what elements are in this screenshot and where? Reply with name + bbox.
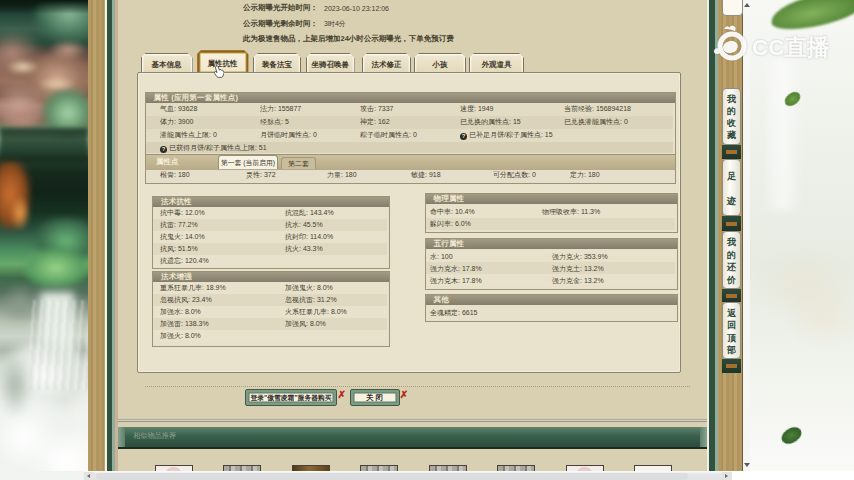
- svg-text:CC直播: CC直播: [752, 35, 830, 60]
